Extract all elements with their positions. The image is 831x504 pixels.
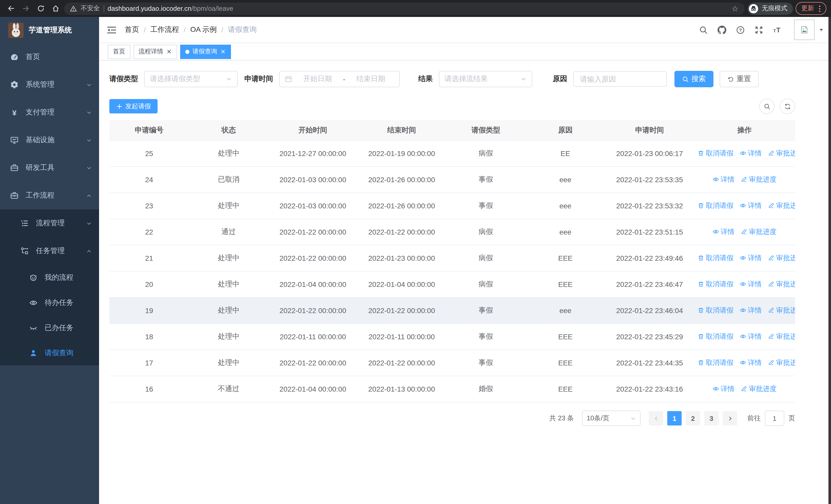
sidebar-item-process-management[interactable]: 流程管理 <box>0 209 99 237</box>
progress-link[interactable]: 审批进度 <box>768 332 795 341</box>
github-icon[interactable] <box>718 25 726 34</box>
detail-link[interactable]: 详情 <box>740 201 762 210</box>
toggle-search-button[interactable] <box>759 98 775 114</box>
page-button-1[interactable]: 1 <box>667 411 682 425</box>
browser-home-icon[interactable] <box>49 2 62 14</box>
page-size-select[interactable]: 10条/页 <box>582 411 640 426</box>
progress-link[interactable]: 审批进度 <box>741 227 777 237</box>
detail-link[interactable]: 详情 <box>740 254 762 263</box>
sidebar-item-infrastructure[interactable]: 基础设施 <box>0 126 99 154</box>
column-header: 操作 <box>694 120 795 140</box>
browser-reload-icon[interactable] <box>34 2 47 14</box>
detail-link[interactable]: 详情 <box>740 332 762 341</box>
progress-link[interactable]: 审批进度 <box>768 254 795 263</box>
sidebar-item-done-tasks[interactable]: 已办任务 <box>0 315 99 340</box>
page-scrollbar[interactable] <box>828 17 831 504</box>
sidebar-item-my-process[interactable]: 我的流程 <box>0 265 99 290</box>
tab-close-icon[interactable] <box>166 49 172 54</box>
cell-status: 处理中 <box>189 350 268 376</box>
cell-apply-time: 2022-01-22 23:53:35 <box>605 167 694 193</box>
cell-leave-type: 病假 <box>446 219 525 245</box>
detail-link[interactable]: 详情 <box>712 175 735 184</box>
sidebar-item-todo-tasks[interactable]: 待办任务 <box>0 290 99 315</box>
detail-link[interactable]: 详情 <box>740 149 762 158</box>
cancel-leave-link[interactable]: 取消请假 <box>697 280 734 289</box>
next-page-icon <box>727 415 733 421</box>
cell-end-time: 2022-01-19 00:00:00 <box>357 140 446 167</box>
page-button-3[interactable]: 3 <box>704 411 719 425</box>
breadcrumb-item[interactable]: 首页 <box>125 25 139 34</box>
search-button[interactable]: 搜索 <box>675 71 713 87</box>
cancel-leave-link[interactable]: 取消请假 <box>697 254 734 263</box>
page-button-2[interactable]: 2 <box>686 411 700 425</box>
cell-end-time: 2022-01-11 00:00:00 <box>357 324 446 350</box>
breadcrumb-separator: / <box>144 26 146 34</box>
next-page-button[interactable] <box>723 411 737 425</box>
progress-link[interactable]: 审批进度 <box>768 201 795 210</box>
prev-page-button[interactable] <box>649 411 663 425</box>
not-secure-label: 不安全 <box>81 4 100 13</box>
sidebar-item-dev-tools[interactable]: 研发工具 <box>0 154 99 182</box>
progress-link[interactable]: 审批进度 <box>768 149 795 158</box>
user-avatar[interactable] <box>794 20 824 40</box>
cancel-leave-link[interactable]: 取消请假 <box>697 332 734 341</box>
cancel-leave-link[interactable]: 取消请假 <box>697 358 734 367</box>
url-bar[interactable]: 不安全 dashboard.yudao.iocoder.cn/bpm/oa/le… <box>64 2 745 14</box>
chevron-up-icon <box>86 193 92 198</box>
detail-link[interactable]: 详情 <box>712 227 735 237</box>
create-leave-button[interactable]: 发起请假 <box>109 99 157 113</box>
cell-apply-time: 2022-01-22 23:49:46 <box>605 245 694 271</box>
progress-link[interactable]: 审批进度 <box>741 175 777 184</box>
cell-end-time: 2022-01-22 00:00:00 <box>357 219 446 245</box>
browser-back-icon[interactable] <box>5 2 17 14</box>
tab-process-detail[interactable]: 流程详情 <box>134 45 177 59</box>
reset-button[interactable]: 重置 <box>720 71 758 87</box>
column-header: 结束时间 <box>357 120 446 140</box>
progress-link[interactable]: 审批进度 <box>741 384 777 394</box>
cell-leave-type: 婚假 <box>446 376 525 402</box>
detail-link[interactable]: 详情 <box>712 384 735 394</box>
sidebar-item-workflow[interactable]: 工作流程 <box>0 182 99 209</box>
progress-link[interactable]: 审批进度 <box>768 358 795 367</box>
progress-link[interactable]: 审批进度 <box>768 306 795 315</box>
update-button[interactable]: 更新 <box>796 2 826 15</box>
breadcrumb-item[interactable]: OA 示例 <box>191 25 217 34</box>
search-icon[interactable] <box>699 25 708 34</box>
result-select[interactable]: 请选择流结果 <box>439 71 532 87</box>
sidebar-toggle-icon[interactable] <box>107 26 116 34</box>
font-size-icon[interactable]: TT <box>773 25 782 34</box>
goto-page-input[interactable] <box>765 411 784 426</box>
browser-forward-icon[interactable] <box>20 2 32 14</box>
cancel-leave-link[interactable]: 取消请假 <box>697 149 734 158</box>
bookmark-star-icon[interactable]: ☆ <box>731 4 739 12</box>
detail-link[interactable]: 详情 <box>740 280 762 289</box>
sidebar-item-leave-query[interactable]: 请假查询 <box>0 340 99 365</box>
cancel-leave-link[interactable]: 取消请假 <box>697 306 734 315</box>
detail-link[interactable]: 详情 <box>740 358 762 367</box>
leave-type-select[interactable]: 请选择请假类型 <box>144 71 238 87</box>
goto-label: 前往 <box>747 414 761 423</box>
tab-home[interactable]: 首页 <box>108 45 131 59</box>
cancel-leave-link[interactable]: 取消请假 <box>697 201 734 210</box>
calendar-icon <box>285 76 292 83</box>
fullscreen-icon[interactable] <box>754 25 763 34</box>
reason-input[interactable] <box>573 71 667 87</box>
sidebar-item-system-management[interactable]: 系统管理 <box>0 71 99 98</box>
refresh-table-button[interactable] <box>780 98 795 114</box>
table-row: 17处理中2022-01-22 00:00:002022-01-22 00:00… <box>109 350 795 376</box>
breadcrumb-item[interactable]: 工作流程 <box>150 25 179 34</box>
help-icon[interactable]: ? <box>736 25 745 34</box>
pen-icon <box>768 281 775 288</box>
cell-actions: 详情审批进度 <box>694 167 795 193</box>
detail-link[interactable]: 详情 <box>740 306 762 315</box>
chevron-down-icon <box>630 415 636 421</box>
leave-type-placeholder: 请选择请假类型 <box>150 75 200 84</box>
sidebar-item-payment-management[interactable]: ¥支付管理 <box>0 98 99 126</box>
progress-link[interactable]: 审批进度 <box>768 280 795 289</box>
apply-time-range-picker[interactable]: 开始日期 - 结束日期 <box>279 71 400 87</box>
sidebar-item-task-management[interactable]: 任务管理 <box>0 237 99 265</box>
sidebar-item-home[interactable]: 首页 <box>0 43 99 71</box>
tab-close-icon[interactable] <box>220 49 226 54</box>
browser-menu-icon[interactable] <box>819 5 821 12</box>
tab-leave-query[interactable]: 请假查询 <box>180 45 231 59</box>
